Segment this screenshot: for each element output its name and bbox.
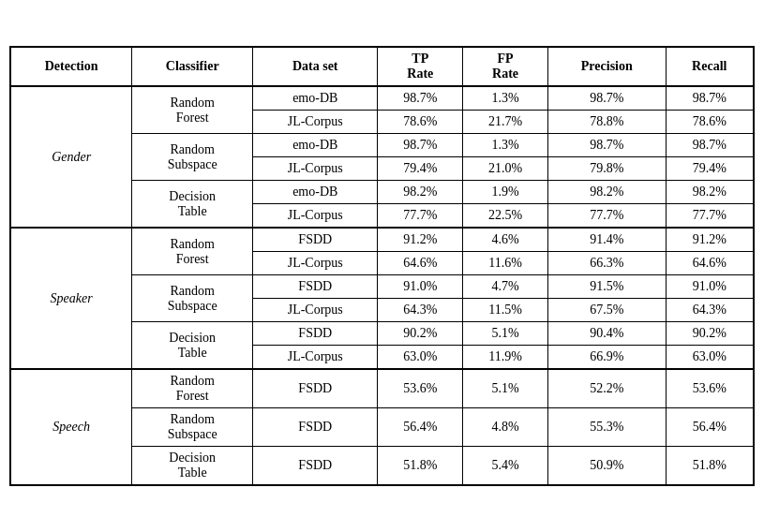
fp-rate-cell: 5.1%: [463, 369, 548, 408]
recall-cell: 91.0%: [666, 275, 754, 299]
tp-rate-cell: 56.4%: [378, 408, 463, 447]
classifier-cell: RandomForest: [132, 228, 253, 275]
tp-rate-cell: 78.6%: [378, 111, 463, 134]
recall-cell: 64.6%: [666, 252, 754, 275]
recall-cell: 78.6%: [666, 111, 754, 134]
table-row: SpeechRandomForestFSDD53.6%5.1%52.2%53.6…: [10, 369, 754, 408]
precision-cell: 98.7%: [548, 134, 667, 157]
tp-rate-cell: 77.7%: [378, 204, 463, 229]
tp-rate-cell: 98.7%: [378, 134, 463, 157]
fp-rate-cell: 21.0%: [463, 157, 548, 181]
fp-rate-cell: 1.3%: [463, 134, 548, 157]
dataset-cell: JL-Corpus: [253, 252, 378, 275]
precision-cell: 79.8%: [548, 157, 667, 181]
fp-rate-cell: 4.7%: [463, 275, 548, 299]
fp-rate-cell: 5.1%: [463, 322, 548, 346]
detection-cell: Speaker: [10, 228, 132, 369]
classifier-cell: RandomForest: [132, 86, 253, 134]
header-fp-rate: FPRate: [463, 47, 548, 86]
results-table: Detection Classifier Data set TPRate FPR…: [9, 46, 755, 486]
header-row: Detection Classifier Data set TPRate FPR…: [10, 47, 754, 86]
fp-rate-cell: 1.3%: [463, 86, 548, 111]
recall-cell: 77.7%: [666, 204, 754, 229]
fp-rate-cell: 21.7%: [463, 111, 548, 134]
fp-rate-cell: 1.9%: [463, 181, 548, 204]
classifier-cell: RandomSubspace: [132, 408, 253, 447]
fp-rate-cell: 22.5%: [463, 204, 548, 229]
fp-rate-cell: 11.9%: [463, 346, 548, 370]
header-recall: Recall: [666, 47, 754, 86]
precision-cell: 66.3%: [548, 252, 667, 275]
header-tp-rate: TPRate: [378, 47, 463, 86]
tp-rate-cell: 91.0%: [378, 275, 463, 299]
classifier-cell: RandomSubspace: [132, 134, 253, 181]
classifier-cell: DecisionTable: [132, 447, 253, 486]
precision-cell: 91.5%: [548, 275, 667, 299]
dataset-cell: FSDD: [253, 228, 378, 252]
recall-cell: 56.4%: [666, 408, 754, 447]
tp-rate-cell: 63.0%: [378, 346, 463, 370]
recall-cell: 90.2%: [666, 322, 754, 346]
classifier-cell: DecisionTable: [132, 181, 253, 229]
recall-cell: 51.8%: [666, 447, 754, 486]
header-dataset: Data set: [253, 47, 378, 86]
precision-cell: 66.9%: [548, 346, 667, 370]
table-row: GenderRandomForestemo-DB98.7%1.3%98.7%98…: [10, 86, 754, 111]
detection-cell: Gender: [10, 86, 132, 228]
precision-cell: 50.9%: [548, 447, 667, 486]
recall-cell: 98.7%: [666, 134, 754, 157]
fp-rate-cell: 4.8%: [463, 408, 548, 447]
table-row: SpeakerRandomForestFSDD91.2%4.6%91.4%91.…: [10, 228, 754, 252]
fp-rate-cell: 5.4%: [463, 447, 548, 486]
tp-rate-cell: 98.2%: [378, 181, 463, 204]
recall-cell: 63.0%: [666, 346, 754, 370]
recall-cell: 64.3%: [666, 299, 754, 322]
precision-cell: 90.4%: [548, 322, 667, 346]
dataset-cell: JL-Corpus: [253, 204, 378, 229]
tp-rate-cell: 98.7%: [378, 86, 463, 111]
precision-cell: 98.2%: [548, 181, 667, 204]
dataset-cell: FSDD: [253, 322, 378, 346]
dataset-cell: emo-DB: [253, 134, 378, 157]
dataset-cell: emo-DB: [253, 181, 378, 204]
precision-cell: 67.5%: [548, 299, 667, 322]
precision-cell: 91.4%: [548, 228, 667, 252]
precision-cell: 55.3%: [548, 408, 667, 447]
header-precision: Precision: [548, 47, 667, 86]
tp-rate-cell: 51.8%: [378, 447, 463, 486]
dataset-cell: JL-Corpus: [253, 346, 378, 370]
tp-rate-cell: 64.6%: [378, 252, 463, 275]
fp-rate-cell: 11.5%: [463, 299, 548, 322]
recall-cell: 98.2%: [666, 181, 754, 204]
dataset-cell: JL-Corpus: [253, 157, 378, 181]
recall-cell: 79.4%: [666, 157, 754, 181]
precision-cell: 98.7%: [548, 86, 667, 111]
recall-cell: 91.2%: [666, 228, 754, 252]
fp-rate-cell: 11.6%: [463, 252, 548, 275]
header-detection: Detection: [10, 47, 132, 86]
header-classifier: Classifier: [132, 47, 253, 86]
tp-rate-cell: 64.3%: [378, 299, 463, 322]
tp-rate-cell: 79.4%: [378, 157, 463, 181]
dataset-cell: FSDD: [253, 369, 378, 408]
fp-rate-cell: 4.6%: [463, 228, 548, 252]
table-container: Detection Classifier Data set TPRate FPR…: [9, 46, 755, 486]
dataset-cell: FSDD: [253, 408, 378, 447]
tp-rate-cell: 53.6%: [378, 369, 463, 408]
dataset-cell: FSDD: [253, 447, 378, 486]
tp-rate-cell: 91.2%: [378, 228, 463, 252]
precision-cell: 52.2%: [548, 369, 667, 408]
precision-cell: 77.7%: [548, 204, 667, 229]
classifier-cell: RandomSubspace: [132, 275, 253, 322]
dataset-cell: emo-DB: [253, 86, 378, 111]
dataset-cell: FSDD: [253, 275, 378, 299]
recall-cell: 98.7%: [666, 86, 754, 111]
detection-cell: Speech: [10, 369, 132, 485]
dataset-cell: JL-Corpus: [253, 299, 378, 322]
precision-cell: 78.8%: [548, 111, 667, 134]
recall-cell: 53.6%: [666, 369, 754, 408]
tp-rate-cell: 90.2%: [378, 322, 463, 346]
classifier-cell: RandomForest: [132, 369, 253, 408]
classifier-cell: DecisionTable: [132, 322, 253, 370]
dataset-cell: JL-Corpus: [253, 111, 378, 134]
